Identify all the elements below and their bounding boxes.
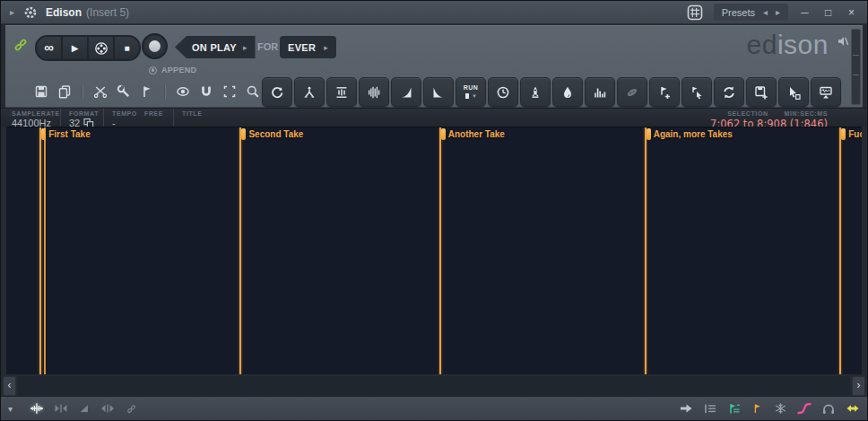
marker-flag-icon (241, 128, 246, 140)
minimize-button[interactable]: ─ (798, 6, 812, 19)
record-button[interactable] (142, 33, 168, 59)
blur-button[interactable] (552, 77, 583, 107)
slide-curve-icon[interactable] (797, 401, 812, 416)
denoise-button[interactable] (520, 77, 551, 107)
marker-label: First Take (48, 129, 91, 139)
loop-arrows-icon[interactable] (846, 401, 860, 416)
equalize-button[interactable] (585, 77, 615, 107)
fade-in-button[interactable] (391, 77, 421, 107)
declick-button[interactable] (359, 77, 389, 107)
snap-right-icon[interactable] (100, 401, 115, 416)
status-bar: ▾ (1, 396, 867, 420)
info-bar: SAMPLERATE44100HzFORMAT32TEMPO-FREETITLE… (1, 108, 867, 127)
loop-icon: ∞ (44, 39, 54, 55)
eye-icon[interactable] (174, 83, 191, 100)
marker-flag-icon (841, 128, 846, 140)
loop-mode-button[interactable]: ∞ (37, 37, 61, 59)
window-title: Edison (46, 6, 82, 19)
presets-label: Presets (722, 7, 755, 18)
marker-line (439, 127, 441, 374)
marker-list-icon[interactable] (727, 401, 742, 416)
edit-list-icon[interactable] (703, 401, 717, 416)
select-region-icon[interactable] (221, 83, 238, 100)
snap-left-icon[interactable] (54, 401, 68, 416)
copy-icon[interactable] (56, 83, 73, 100)
radio-icon (149, 66, 157, 75)
scissors-icon[interactable] (91, 83, 108, 100)
magnet-icon[interactable] (197, 83, 214, 100)
toolbar-divider (164, 85, 165, 99)
host-link-icon[interactable] (13, 38, 30, 54)
marker-line (645, 127, 647, 374)
marker-layer: First TakeSecond TakeAnother TakeAgain, … (6, 127, 862, 374)
save-icon[interactable] (32, 83, 49, 100)
select-markers-button[interactable] (681, 77, 712, 107)
marker-orange-icon[interactable] (751, 401, 764, 416)
link-icon[interactable] (125, 401, 138, 416)
overview-canvas[interactable] (18, 376, 287, 396)
wrench-icon[interactable] (115, 83, 132, 100)
reverse-polarity-button[interactable] (262, 77, 292, 107)
update-sample-button[interactable] (714, 77, 744, 107)
selection-label: SELECTION (727, 110, 768, 117)
presets-grid-icon[interactable] (686, 4, 704, 22)
chevron-right-icon: ▸ (243, 43, 247, 52)
clover-button[interactable] (89, 37, 113, 59)
marker-flag-icon (441, 128, 446, 140)
maximize-button[interactable]: □ (821, 6, 835, 19)
info-field-samplerate: SAMPLERATE44100Hz (1, 109, 60, 127)
marker-line (239, 127, 241, 374)
send-to-playlist-button[interactable] (811, 77, 841, 107)
transport-group: ∞ ▶ ■ (35, 35, 141, 61)
presets-prev-button[interactable]: ◂ (763, 7, 768, 17)
collapse-arrow-icon[interactable]: ▸ (10, 7, 14, 17)
fade-out-button[interactable] (423, 77, 454, 107)
options-menu-icon[interactable]: ▾ (8, 401, 13, 416)
save-sample-button[interactable] (746, 77, 777, 107)
presets-next-button[interactable]: ▸ (776, 7, 780, 17)
headphones-icon[interactable] (821, 401, 836, 416)
presets-selector: Presets ◂ ▸ (714, 4, 788, 21)
swap-channels-button[interactable] (294, 77, 325, 107)
gear-icon[interactable] (22, 4, 38, 20)
scroll-right-button[interactable]: › (852, 376, 865, 396)
mute-speaker-icon[interactable] (836, 34, 850, 48)
freeze-icon[interactable] (774, 401, 787, 416)
volume-slider[interactable] (851, 29, 861, 105)
normalize-button[interactable] (326, 77, 357, 107)
show-waveform-icon[interactable] (30, 401, 44, 416)
edison-window: ▸ Edison (Insert 5) Presets ◂ ▸ ─ □ × ∞ … (0, 0, 868, 421)
play-button[interactable]: ▶ (63, 37, 87, 59)
waveform-editor[interactable]: First TakeSecond TakeAnother TakeAgain, … (6, 127, 862, 374)
stop-button[interactable]: ■ (115, 37, 139, 59)
toolbar-panel: ∞ ▶ ■ ON PLAY ▸ FOR EVER ▸ APPEND RUN▾ e… (5, 25, 863, 108)
run-script-button[interactable]: RUN▾ (456, 77, 486, 107)
record-length-value: EVER (288, 42, 316, 53)
add-marker-button[interactable] (649, 77, 680, 107)
overview-scrollbar[interactable]: ‹ › (3, 376, 865, 396)
time-stretch-button[interactable] (488, 77, 518, 107)
zoom-icon[interactable] (244, 83, 261, 100)
fade-handle-icon[interactable] (78, 401, 91, 416)
convolution-button[interactable] (617, 77, 647, 107)
close-button[interactable]: × (845, 6, 858, 19)
marker-label: Another Take (448, 129, 505, 139)
info-field-title: TITLE (173, 109, 290, 127)
continue-arrow-icon[interactable] (679, 401, 693, 416)
stop-icon: ■ (124, 43, 129, 53)
window-subtitle: (Insert 5) (86, 6, 129, 19)
marker-flag-icon[interactable] (138, 83, 155, 100)
chevron-right-icon: ▸ (324, 43, 328, 52)
for-label: FOR (257, 41, 278, 52)
drag-selection-button[interactable] (778, 77, 809, 107)
append-radio[interactable]: APPEND (149, 66, 196, 75)
record-mode-selector[interactable]: ON PLAY ▸ (175, 36, 256, 58)
play-icon: ▶ (72, 43, 79, 53)
scroll-left-button[interactable]: ‹ (3, 376, 16, 396)
info-field-format[interactable]: FORMAT32 (60, 109, 103, 127)
info-field-tempo[interactable]: TEMPO- (103, 109, 144, 127)
overview-track[interactable] (18, 376, 850, 396)
record-length-selector[interactable]: EVER ▸ (280, 36, 336, 58)
playhead[interactable] (44, 127, 46, 374)
tool-buttons: RUN▾ (262, 77, 841, 107)
